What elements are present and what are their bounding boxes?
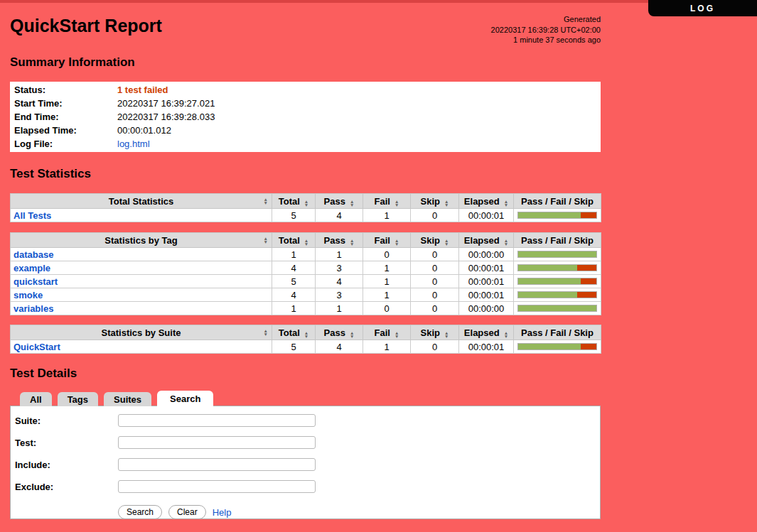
column-header-pass[interactable]: Pass▲▼ xyxy=(316,194,363,209)
total-statistics-table: Total Statistics▲▼ Total▲▼ Pass▲▼ Fail▲▼… xyxy=(10,193,601,222)
tag-link[interactable]: example xyxy=(14,263,50,273)
column-header-skip[interactable]: Skip▲▼ xyxy=(411,194,459,209)
tag-link[interactable]: smoke xyxy=(14,290,43,300)
fail-cell: 1 xyxy=(363,261,411,275)
skip-cell: 0 xyxy=(411,340,459,354)
search-panel: Suite: Test: Include: Exclude: Search Cl… xyxy=(10,406,601,519)
summary-heading: Summary Information xyxy=(10,55,601,70)
elapsed-cell: 00:00:01 xyxy=(459,261,514,275)
tab-tags[interactable]: Tags xyxy=(58,392,98,406)
sort-icon: ▲▼ xyxy=(444,239,449,246)
table-row: All Tests 5 4 1 0 00:00:01 xyxy=(11,209,601,222)
help-link[interactable]: Help xyxy=(213,507,232,518)
log-button[interactable]: LOG xyxy=(648,0,757,16)
test-statistics-heading: Test Statistics xyxy=(10,167,601,181)
skip-cell: 0 xyxy=(411,248,459,261)
tab-suites[interactable]: Suites xyxy=(104,392,151,406)
tab-all[interactable]: All xyxy=(20,392,52,406)
column-header-skip[interactable]: Skip▲▼ xyxy=(411,233,459,248)
exclude-input[interactable] xyxy=(118,480,316,493)
elapsed-cell: 00:00:00 xyxy=(459,302,514,315)
test-input[interactable] xyxy=(118,436,316,449)
column-header-pass-fail-skip: Pass / Fail / Skip xyxy=(514,194,601,209)
summary-row-end-time: End Time: 20220317 16:39:28.033 xyxy=(10,110,601,124)
sort-icon: ▲▼ xyxy=(350,239,354,246)
test-details-heading: Test Details xyxy=(10,367,601,381)
column-header-total[interactable]: Total▲▼ xyxy=(272,233,316,248)
column-header-pass[interactable]: Pass▲▼ xyxy=(316,233,363,248)
sort-icon: ▲▼ xyxy=(304,239,308,246)
all-tests-link[interactable]: All Tests xyxy=(14,210,51,221)
column-header-fail[interactable]: Fail▲▼ xyxy=(363,194,411,209)
pass-cell: 4 xyxy=(316,340,363,354)
bar-cell xyxy=(514,209,601,222)
sort-icon: ▲▼ xyxy=(264,197,268,205)
pass-bar-segment xyxy=(518,278,581,284)
column-header-statistics-by-tag[interactable]: Statistics by Tag▲▼ xyxy=(11,233,272,248)
skip-cell: 0 xyxy=(411,261,459,275)
form-row-test: Test: xyxy=(15,436,600,449)
fail-cell: 1 xyxy=(363,288,411,302)
total-cell: 4 xyxy=(272,288,316,302)
pass-cell: 1 xyxy=(316,302,363,315)
bar-cell xyxy=(514,275,601,288)
column-header-statistics-by-suite[interactable]: Statistics by Suite▲▼ xyxy=(11,325,272,340)
table-row: quickstart 5 4 1 0 00:00:01 xyxy=(11,275,601,288)
column-header-pass-fail-skip: Pass / Fail / Skip xyxy=(514,233,601,248)
sort-icon: ▲▼ xyxy=(304,200,308,207)
fail-bar-segment xyxy=(581,278,596,284)
sort-icon: ▲▼ xyxy=(444,200,449,207)
summary-box: Status: 1 test failed Start Time: 202203… xyxy=(10,82,601,152)
column-header-elapsed[interactable]: Elapsed▲▼ xyxy=(459,194,514,209)
generated-ago: 1 minute 37 seconds ago xyxy=(491,35,601,45)
table-header-row: Total Statistics▲▼ Total▲▼ Pass▲▼ Fail▲▼… xyxy=(11,194,601,209)
clear-button[interactable]: Clear xyxy=(168,505,206,519)
total-cell: 5 xyxy=(272,275,316,288)
bar-cell xyxy=(514,302,601,315)
fail-bar-segment xyxy=(581,212,596,218)
pass-fail-bar xyxy=(517,305,597,312)
sort-icon: ▲▼ xyxy=(504,200,508,207)
exclude-field-label: Exclude: xyxy=(15,480,118,492)
pass-bar-segment xyxy=(518,265,577,271)
log-file-link[interactable]: log.html xyxy=(117,139,150,149)
column-header-elapsed[interactable]: Elapsed▲▼ xyxy=(459,325,514,340)
sort-icon: ▲▼ xyxy=(264,237,268,244)
tab-search[interactable]: Search xyxy=(157,391,213,406)
statistics-by-tag-table: Statistics by Tag▲▼ Total▲▼ Pass▲▼ Fail▲… xyxy=(10,232,601,315)
column-header-skip[interactable]: Skip▲▼ xyxy=(411,325,459,340)
suite-link[interactable]: QuickStart xyxy=(14,342,60,352)
include-input[interactable] xyxy=(118,458,316,471)
form-row-include: Include: xyxy=(15,458,600,471)
form-buttons: Search Clear Help xyxy=(118,505,600,519)
table-row: database 1 1 0 0 00:00:00 xyxy=(11,248,601,261)
suite-input[interactable] xyxy=(118,414,316,427)
total-cell: 1 xyxy=(272,248,316,261)
total-cell: 4 xyxy=(272,261,316,275)
table-row: example 4 3 1 0 00:00:01 xyxy=(11,261,601,275)
pass-bar-segment xyxy=(518,305,596,311)
column-header-fail[interactable]: Fail▲▼ xyxy=(363,233,411,248)
sort-icon: ▲▼ xyxy=(264,329,268,336)
summary-row-status: Status: 1 test failed xyxy=(10,83,601,97)
column-header-fail[interactable]: Fail▲▼ xyxy=(363,325,411,340)
elapsed-time-value: 00:00:01.012 xyxy=(117,125,171,136)
column-header-total-statistics[interactable]: Total Statistics▲▼ xyxy=(11,194,272,209)
bar-cell xyxy=(514,261,601,275)
tag-link[interactable]: database xyxy=(14,249,53,260)
pass-cell: 1 xyxy=(316,248,363,261)
column-header-total[interactable]: Total▲▼ xyxy=(272,325,316,340)
column-header-elapsed[interactable]: Elapsed▲▼ xyxy=(459,233,514,248)
skip-cell: 0 xyxy=(411,302,459,315)
search-button[interactable]: Search xyxy=(118,505,162,519)
table-row: QuickStart 5 4 1 0 00:00:01 xyxy=(11,340,601,354)
total-cell: 5 xyxy=(272,209,316,222)
sort-icon: ▲▼ xyxy=(394,239,399,246)
skip-cell: 0 xyxy=(411,209,459,222)
column-header-total[interactable]: Total▲▼ xyxy=(272,194,316,209)
tag-link[interactable]: quickstart xyxy=(14,276,58,287)
table-header-row: Statistics by Suite▲▼ Total▲▼ Pass▲▼ Fai… xyxy=(11,325,601,340)
tag-link[interactable]: variables xyxy=(14,303,53,314)
elapsed-cell: 00:00:01 xyxy=(459,209,514,222)
column-header-pass[interactable]: Pass▲▼ xyxy=(316,325,363,340)
